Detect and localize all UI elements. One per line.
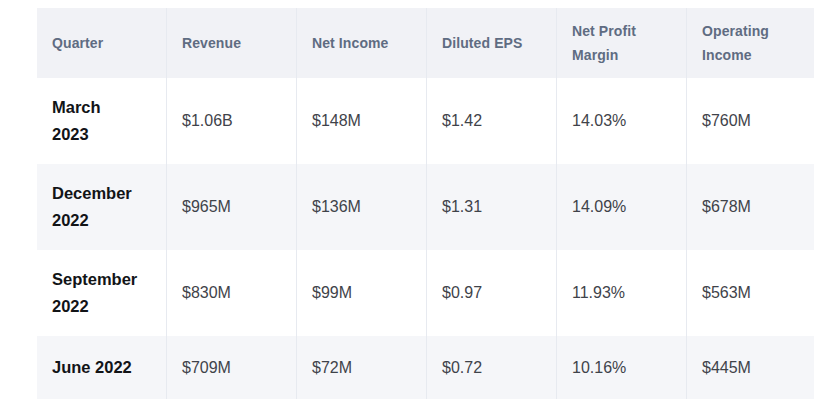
table-cell-net-profit-margin: 10.16%	[556, 336, 686, 399]
table-cell-diluted-eps: $1.31	[426, 164, 556, 250]
column-header-net-profit-margin: Net Profit Margin	[556, 8, 686, 78]
table-row-quarter: September 2022	[37, 250, 166, 336]
table-cell-revenue: $709M	[166, 336, 296, 399]
table-cell-operating-income: $445M	[686, 336, 814, 399]
table-cell-net-income: $148M	[296, 78, 426, 164]
table-cell-diluted-eps: $0.72	[426, 336, 556, 399]
table-row-quarter: December 2022	[37, 164, 166, 250]
column-header-diluted-eps: Diluted EPS	[426, 8, 556, 78]
column-header-revenue: Revenue	[166, 8, 296, 78]
table-cell-net-profit-margin: 14.09%	[556, 164, 686, 250]
table-row-quarter: June 2022	[37, 336, 166, 399]
column-header-net-income: Net Income	[296, 8, 426, 78]
table-cell-diluted-eps: $0.97	[426, 250, 556, 336]
table-cell-net-income: $99M	[296, 250, 426, 336]
financials-table: Quarter Revenue Net Income Diluted EPS N…	[37, 8, 814, 399]
table-cell-revenue: $965M	[166, 164, 296, 250]
table-row-quarter: March 2023	[37, 78, 166, 164]
table-cell-diluted-eps: $1.42	[426, 78, 556, 164]
table-cell-operating-income: $678M	[686, 164, 814, 250]
table-cell-net-income: $136M	[296, 164, 426, 250]
column-header-quarter: Quarter	[37, 8, 166, 78]
table-cell-operating-income: $563M	[686, 250, 814, 336]
table-cell-revenue: $1.06B	[166, 78, 296, 164]
table-cell-net-profit-margin: 11.93%	[556, 250, 686, 336]
column-header-operating-income: Operating Income	[686, 8, 814, 78]
table-cell-net-profit-margin: 14.03%	[556, 78, 686, 164]
table-cell-net-income: $72M	[296, 336, 426, 399]
financials-table-grid: Quarter Revenue Net Income Diluted EPS N…	[37, 8, 814, 399]
table-cell-operating-income: $760M	[686, 78, 814, 164]
table-cell-revenue: $830M	[166, 250, 296, 336]
